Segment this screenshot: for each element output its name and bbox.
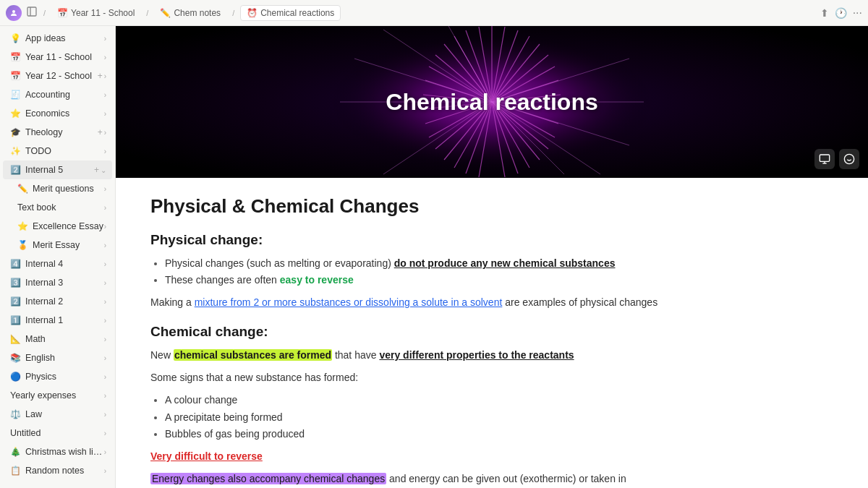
tab-chemnotes[interactable]: ✏️ Chem notes	[154, 6, 226, 20]
english-emoji: 📚	[10, 353, 21, 363]
more-icon[interactable]: ···	[853, 7, 862, 20]
chevron-icon: ›	[104, 279, 106, 287]
share-icon[interactable]: ⬆	[820, 7, 829, 19]
clock-icon[interactable]: 🕐	[835, 7, 847, 19]
sidebar-item-app-ideas[interactable]: 💡 App ideas ›	[3, 29, 112, 48]
sidebar-item-untitled[interactable]: Untitled ›	[3, 424, 112, 442]
chevron-icon: ›	[104, 335, 106, 343]
sidebar-item-year12[interactable]: 📅 Year 12 - School + ›	[3, 67, 112, 85]
section2-bold1: very different properties to the reactan…	[379, 349, 574, 361]
section1-list: Physical changes (such as melting or eva…	[159, 255, 674, 288]
sidebar-item-internal4[interactable]: 4️⃣ Internal 4 ›	[3, 254, 112, 273]
sidebar-item-internal2[interactable]: 2️⃣ Internal 2 ›	[3, 292, 112, 311]
internal1-emoji: 1️⃣	[10, 315, 21, 325]
sidebar-item-label: Physics	[25, 372, 104, 382]
new-page-button[interactable]: + + New page	[3, 483, 112, 488]
chevron-icon: ›	[104, 317, 106, 325]
section1-bold1: do not produce any new chemical substanc…	[394, 257, 616, 269]
sidebar-item-label: English	[25, 353, 104, 363]
sidebar-item-internal3[interactable]: 3️⃣ Internal 3 ›	[3, 273, 112, 292]
section2-heading: Chemical change:	[150, 324, 674, 340]
sidebar-item-christmas[interactable]: 🎄 Christmas wish list 2023 ›	[3, 442, 112, 461]
section2-para1-prefix: New	[150, 349, 171, 361]
tab-chemreactions[interactable]: ⏰ Chemical reactions	[240, 5, 341, 21]
chevron-icon: ›	[104, 129, 106, 137]
plus-icon[interactable]: +	[98, 71, 103, 81]
section2-list-item1: A colour change	[165, 392, 674, 408]
sidebar-item-label: Internal 2	[25, 296, 104, 307]
sidebar-item-internal5[interactable]: 2️⃣ Internal 5 + ⌄	[3, 160, 112, 179]
section2-energy-para: Energy changes also accompany chemical c…	[150, 471, 674, 488]
sidebar-item-merit-questions[interactable]: ✏️ Merit questions ›	[3, 179, 112, 198]
sidebar-item-year11[interactable]: 📅 Year 11 - School ›	[3, 48, 112, 67]
topbar-breadcrumb-sep3: /	[232, 9, 234, 17]
sidebar-item-label: Merit questions	[33, 184, 104, 194]
chevron-icon: ›	[104, 392, 106, 400]
banner-emoji-icon[interactable]	[839, 149, 859, 169]
section1-para-link: mixture from 2 or more substances or dis…	[195, 296, 503, 308]
page-content: Physical & Chemical Changes Physical cha…	[116, 178, 709, 488]
section1-para-suffix: are examples of physical changes	[505, 296, 658, 308]
sidebar-item-internal1[interactable]: 1️⃣ Internal 1 ›	[3, 311, 112, 330]
chevron-icon: ›	[104, 373, 106, 381]
christmas-emoji: 🎄	[10, 447, 21, 457]
sidebar-item-todo[interactable]: ✨ TODO ›	[3, 142, 112, 160]
sidebar-item-accounting[interactable]: 🧾 Accounting ›	[3, 85, 112, 104]
chevron-icon: ›	[104, 411, 106, 419]
banner-layout-icon[interactable]	[814, 149, 835, 169]
tab-year11-label: Year 11 - School	[71, 8, 135, 18]
svg-point-51	[844, 154, 854, 163]
plus-icon[interactable]: +	[94, 165, 99, 175]
sidebar-item-random-notes[interactable]: 📋 Random notes ›	[3, 461, 112, 480]
tab-year11[interactable]: 📅 Year 11 - School	[51, 6, 140, 20]
chevron-icon: ›	[104, 354, 106, 362]
section1-para: Making a mixture from 2 or more substanc…	[150, 294, 674, 311]
chevron-icon: ›	[104, 260, 106, 268]
sidebar-item-label: TODO	[25, 146, 104, 156]
sidebar-item-label: Yearly expenses	[10, 390, 104, 401]
todo-emoji: ✨	[10, 146, 21, 156]
accounting-emoji: 🧾	[10, 90, 21, 100]
section1-para-prefix: Making a	[150, 296, 192, 308]
sidebar-item-english[interactable]: 📚 English ›	[3, 348, 112, 367]
section1-green1: easy to reverse	[280, 274, 354, 286]
plus-icon[interactable]: +	[98, 127, 103, 137]
tab-chemreactions-label: Chemical reactions	[260, 8, 334, 18]
banner-title: Chemical reactions	[386, 89, 597, 116]
banner-actions	[814, 149, 859, 169]
sidebar-item-theology[interactable]: 🎓 Theology + ›	[3, 123, 112, 142]
chemnotes-emoji: ✏️	[160, 8, 171, 18]
chevron-icon: ›	[104, 223, 106, 231]
page-main-heading: Physical & Chemical Changes	[150, 195, 674, 218]
section1-list-item2: These changes are often easy to reverse	[165, 272, 674, 288]
topbar: / 📅 Year 11 - School / ✏️ Chem notes / ⏰…	[0, 0, 868, 26]
section2-very-difficult: Very difficult to reverse	[150, 448, 674, 465]
sidebar-item-economics[interactable]: ⭐ Economics ›	[3, 104, 112, 123]
section1-heading: Physical change:	[150, 232, 674, 248]
chevron-icon: ›	[104, 53, 106, 61]
sidebar-item-textbook[interactable]: Text book ›	[3, 198, 112, 217]
sidebar-item-merit-essay[interactable]: 🏅 Merit Essay ›	[3, 236, 112, 254]
excellence-essay-emoji: ⭐	[17, 221, 28, 231]
sidebar-item-label: Economics	[25, 108, 104, 119]
sidebar-item-physics[interactable]: 🔵 Physics ›	[3, 367, 112, 386]
sidebar-item-math[interactable]: 📐 Math ›	[3, 330, 112, 348]
sidebar-item-label: Internal 4	[25, 259, 104, 269]
sidebar-item-label: Theology	[25, 127, 98, 137]
chevron-icon: ›	[104, 35, 106, 43]
chevron-icon: ›	[104, 185, 106, 193]
sidebar-item-label: App ideas	[25, 33, 104, 43]
sidebar-item-yearly-expenses[interactable]: Yearly expenses ›	[3, 386, 112, 405]
chemreactions-emoji: ⏰	[247, 8, 258, 18]
chevron-icon: ›	[104, 204, 106, 212]
section2-list: A colour change A precipitate being form…	[159, 392, 674, 442]
chevron-icon: ›	[104, 91, 106, 99]
merit-questions-emoji: ✏️	[17, 184, 28, 194]
sidebar-item-label: Internal 1	[25, 315, 104, 325]
svg-rect-1	[27, 7, 36, 16]
sidebar-toggle-icon[interactable]	[26, 6, 38, 20]
tab-chemnotes-label: Chem notes	[174, 8, 221, 18]
user-avatar[interactable]	[6, 5, 22, 21]
sidebar-item-law[interactable]: ⚖️ Law ›	[3, 405, 112, 424]
sidebar-item-excellence-essay[interactable]: ⭐ Excellence Essay ›	[3, 217, 112, 236]
